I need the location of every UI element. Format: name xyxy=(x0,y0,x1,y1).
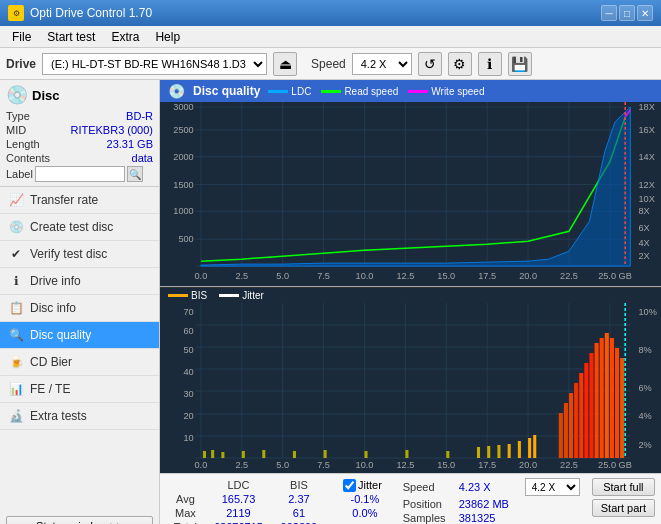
svg-text:5.0: 5.0 xyxy=(276,271,289,281)
menu-extra[interactable]: Extra xyxy=(103,28,147,46)
svg-rect-84 xyxy=(324,450,327,458)
svg-text:16X: 16X xyxy=(639,125,655,135)
app-icon: ⚙ xyxy=(8,5,24,21)
sidebar-item-label: Verify test disc xyxy=(30,247,107,261)
svg-rect-78 xyxy=(203,451,206,458)
start-full-button[interactable]: Start full xyxy=(592,478,655,496)
sidebar-item-drive-info[interactable]: ℹ Drive info xyxy=(0,268,159,295)
svg-rect-79 xyxy=(211,450,214,458)
svg-text:12.5: 12.5 xyxy=(396,271,414,281)
menu-file[interactable]: File xyxy=(4,28,39,46)
main-content: 💿 Disc Type BD-R MID RITEKBR3 (000) Leng… xyxy=(0,80,661,524)
svg-rect-90 xyxy=(497,445,500,458)
top-chart-svg: 3000 2500 2000 1500 1000 500 18X 16X 14X… xyxy=(160,102,661,286)
sidebar-item-label: CD Bier xyxy=(30,355,72,369)
save-button[interactable]: 💾 xyxy=(508,52,532,76)
svg-text:20.0: 20.0 xyxy=(519,460,537,470)
sidebar-item-label: Drive info xyxy=(30,274,81,288)
drive-select[interactable]: (E:) HL-DT-ST BD-RE WH16NS48 1.D3 xyxy=(42,53,267,75)
sidebar-item-cd-bier[interactable]: 🍺 CD Bier xyxy=(0,349,159,376)
svg-rect-98 xyxy=(574,383,578,458)
start-part-button[interactable]: Start part xyxy=(592,499,655,517)
menu-help[interactable]: Help xyxy=(147,28,188,46)
svg-text:14X: 14X xyxy=(639,152,655,162)
max-label: Max xyxy=(166,506,205,520)
svg-rect-107 xyxy=(620,358,624,458)
close-button[interactable]: ✕ xyxy=(637,5,653,21)
ldc-header: LDC xyxy=(205,478,272,492)
chart-header: 💿 Disc quality LDC Read speed Write spee… xyxy=(160,80,661,102)
svg-rect-102 xyxy=(595,343,599,458)
svg-text:5.0: 5.0 xyxy=(276,460,289,470)
total-label: Total xyxy=(166,520,205,524)
jitter-checkbox[interactable] xyxy=(343,479,356,492)
svg-rect-93 xyxy=(528,438,531,458)
speed-select[interactable]: 4.2 X xyxy=(352,53,412,75)
disc-label-input[interactable] xyxy=(35,166,125,182)
sidebar-item-transfer-rate[interactable]: 📈 Transfer rate xyxy=(0,187,159,214)
svg-text:4X: 4X xyxy=(639,238,650,248)
maximize-button[interactable]: □ xyxy=(619,5,635,21)
sidebar-item-label: Disc info xyxy=(30,301,76,315)
length-label: Length xyxy=(6,138,40,150)
svg-text:1000: 1000 xyxy=(173,207,193,217)
sidebar-item-disc-info[interactable]: 📋 Disc info xyxy=(0,295,159,322)
svg-text:0.0: 0.0 xyxy=(195,271,208,281)
stats-table: LDC BIS Jitter Avg 165.73 2. xyxy=(166,478,391,524)
nav-items: 📈 Transfer rate 💿 Create test disc ✔ Ver… xyxy=(0,187,159,430)
legend-write-speed: Write speed xyxy=(431,86,484,97)
speed-stat-select[interactable]: 4.2 X xyxy=(525,478,580,496)
sidebar-item-disc-quality[interactable]: 🔍 Disc quality xyxy=(0,322,159,349)
info-button[interactable]: ℹ xyxy=(478,52,502,76)
sidebar-item-fe-te[interactable]: 📊 FE / TE xyxy=(0,376,159,403)
legend-bis: BIS xyxy=(191,290,207,301)
max-ldc: 2119 xyxy=(205,506,272,520)
disc-section: 💿 Disc Type BD-R MID RITEKBR3 (000) Leng… xyxy=(0,80,159,187)
avg-ldc: 165.73 xyxy=(205,492,272,506)
sidebar-item-verify-test-disc[interactable]: ✔ Verify test disc xyxy=(0,241,159,268)
svg-text:8X: 8X xyxy=(639,207,650,217)
minimize-button[interactable]: ─ xyxy=(601,5,617,21)
sidebar-item-create-test-disc[interactable]: 💿 Create test disc xyxy=(0,214,159,241)
avg-bis: 2.37 xyxy=(272,492,326,506)
svg-rect-100 xyxy=(584,363,588,458)
sidebar-item-extra-tests[interactable]: 🔬 Extra tests xyxy=(0,403,159,430)
svg-text:500: 500 xyxy=(178,234,193,244)
disc-label-button[interactable]: 🔍 xyxy=(127,166,143,182)
svg-rect-96 xyxy=(564,403,568,458)
right-stats: Speed 4.23 X 4.2 X Position 23862 MB Sam… xyxy=(403,478,580,524)
svg-rect-80 xyxy=(221,452,224,458)
max-jitter: 0.0% xyxy=(339,506,391,520)
mid-value: RITEKBR3 (000) xyxy=(70,124,153,136)
svg-text:22.5: 22.5 xyxy=(560,271,578,281)
svg-rect-95 xyxy=(559,413,563,458)
disc-icon: 💿 xyxy=(6,84,28,106)
eject-button[interactable]: ⏏ xyxy=(273,52,297,76)
svg-text:20.0: 20.0 xyxy=(519,271,537,281)
top-chart: 3000 2500 2000 1500 1000 500 18X 16X 14X… xyxy=(160,102,661,287)
position-value: 23862 MB xyxy=(459,498,519,510)
svg-rect-99 xyxy=(579,373,583,458)
menu-start-test[interactable]: Start test xyxy=(39,28,103,46)
disc-title: Disc xyxy=(32,88,59,103)
settings-button[interactable]: ⚙ xyxy=(448,52,472,76)
svg-text:15.0: 15.0 xyxy=(437,271,455,281)
length-value: 23.31 GB xyxy=(107,138,153,150)
svg-text:18X: 18X xyxy=(639,102,655,112)
svg-text:3000: 3000 xyxy=(173,102,193,112)
sidebar-item-label: Disc quality xyxy=(30,328,91,342)
svg-text:10X: 10X xyxy=(639,195,655,205)
svg-rect-83 xyxy=(293,451,296,458)
jitter-checkbox-row[interactable]: Jitter xyxy=(343,479,387,492)
bottom-chart-header: BIS Jitter xyxy=(160,287,661,303)
svg-rect-92 xyxy=(518,441,521,458)
bottom-chart: 70 60 50 40 30 20 10 10% 8% 6% 4% 2% xyxy=(160,303,661,473)
status-window-button[interactable]: Status window >> xyxy=(6,516,153,524)
total-bis: 903899 xyxy=(272,520,326,524)
cd-bier-icon: 🍺 xyxy=(8,354,24,370)
sidebar-item-label: Extra tests xyxy=(30,409,87,423)
refresh-button[interactable]: ↺ xyxy=(418,52,442,76)
verify-test-disc-icon: ✔ xyxy=(8,246,24,262)
svg-text:40: 40 xyxy=(184,367,194,377)
svg-text:10%: 10% xyxy=(639,307,657,317)
